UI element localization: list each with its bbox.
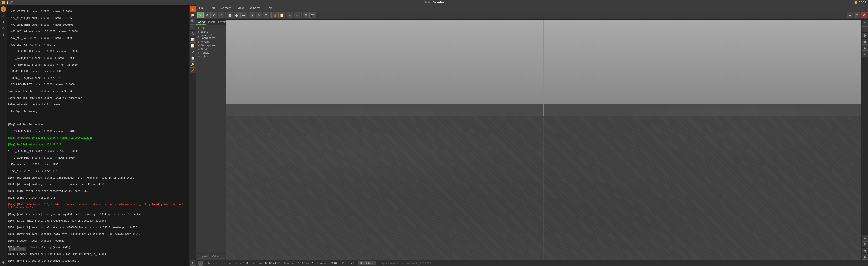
steps-label: Steps:: [207, 262, 214, 265]
sidebar-icon-1[interactable]: 🔥: [190, 6, 196, 12]
sidebar-icon-11[interactable]: 📌: [190, 67, 196, 73]
menu-edit[interactable]: Edit: [209, 6, 216, 10]
gazebo-toolbar: ↖ ✥ ↺ ⤢ ■ ● ▬ ◉ ☀ ⟳ ⎘ 📋 ↩ ↪ ⊞ 📷 — □ ✕: [196, 11, 868, 20]
point-light[interactable]: ◉: [249, 12, 255, 19]
signal-icon: 📶: [2, 1, 5, 4]
menu-window[interactable]: Window: [249, 6, 261, 10]
arrow-models: ▷: [198, 52, 200, 54]
sidebar-icon-9[interactable]: 📋: [190, 55, 196, 61]
real-time-value: 00:00:26.37: [298, 262, 313, 265]
close-btn[interactable]: ✕: [861, 12, 867, 19]
real-time-item: Real Time: 00:00:26.37: [284, 262, 313, 265]
right-tool-bottom-1[interactable]: ▶: [862, 235, 868, 241]
box-shape[interactable]: ■: [227, 12, 233, 19]
tree-label-physics: Physics: [200, 40, 210, 43]
fps-label: FPS:: [341, 262, 346, 265]
ff-sidebar: 🦊 ⌂ ★ ⟳ ↓ ⚙: [0, 5, 7, 266]
right-tool-bottom-4[interactable]: ▲: [862, 254, 868, 260]
tree-item-physics[interactable]: ▶ Physics: [197, 40, 225, 43]
paste-tool[interactable]: 📋: [278, 12, 285, 19]
download-icon[interactable]: ↓: [1, 32, 6, 37]
tree-label-gui: Gui: [200, 27, 205, 29]
firefox-icon[interactable]: 🦊: [1, 6, 6, 12]
right-tool-4[interactable]: ■: [862, 39, 868, 44]
left-icon-sidebar: 🔥 📁 🔍 ⬛ 🔧 📊 📝 ⚙ 📋 🔑 📌 ▶: [189, 5, 196, 266]
menu-camera[interactable]: Camera: [220, 6, 232, 10]
right-tool-bottom-2[interactable]: ▼: [862, 241, 868, 247]
tree-item-lights[interactable]: ▷ Lights: [197, 55, 225, 58]
separator-5: [301, 12, 302, 18]
sidebar-icon-4[interactable]: ⬛: [190, 24, 196, 30]
network-icon: 📶: [855, 1, 858, 4]
separator-3: [270, 12, 271, 18]
system-icons-left: 📶 🔋 🔊: [2, 1, 13, 4]
world-tabs: World Insert Layers: [196, 20, 226, 25]
menu-help[interactable]: Help: [265, 6, 274, 10]
redo-tool[interactable]: ↪: [294, 12, 300, 19]
play-pause-btn[interactable]: ⏸: [198, 261, 203, 266]
right-tool-2[interactable]: ⤢: [862, 26, 868, 32]
iterations-label: Iterations:: [317, 262, 330, 265]
rotate-tool[interactable]: ↺: [211, 12, 217, 19]
grid-tool[interactable]: ⊞: [303, 12, 309, 19]
sidebar-icon-8[interactable]: ⚙: [190, 49, 196, 55]
undo-tool[interactable]: ↩: [287, 12, 293, 19]
right-tool-5[interactable]: ▲: [862, 45, 868, 51]
app-name: Gazebo: [433, 1, 444, 4]
minimize-btn[interactable]: —: [847, 12, 853, 19]
right-tool-6[interactable]: ⟳: [862, 51, 868, 57]
sidebar-icon-5[interactable]: 🔧: [190, 31, 196, 36]
3d-viewport[interactable]: [226, 20, 861, 260]
sim-time-label: Sim Time:: [252, 262, 264, 265]
home-icon[interactable]: ⌂: [1, 13, 6, 18]
sidebar-icon-3[interactable]: 🔍: [190, 18, 196, 24]
arrow-wind: ▶: [198, 48, 200, 50]
sphere-shape[interactable]: ●: [234, 12, 240, 19]
menu-view[interactable]: View: [237, 6, 245, 10]
settings-icon[interactable]: ⚙: [1, 260, 6, 265]
maximize-btn[interactable]: □: [854, 12, 860, 19]
sidebar-icon-2[interactable]: 📁: [190, 12, 196, 18]
rtf-item: Real Time Factor: 100: [221, 262, 248, 265]
rtf-value: 100: [243, 262, 248, 265]
right-tool-bottom-3[interactable]: ◀: [862, 247, 868, 254]
sidebar-icon-terminal[interactable]: ▶: [190, 260, 196, 266]
info-badge: INFO INFO: [9, 247, 26, 251]
translate-tool[interactable]: ✥: [204, 12, 211, 19]
rtf-label: Real Time Factor:: [221, 262, 242, 265]
bookmark-icon[interactable]: ★: [1, 19, 6, 25]
screenshot-tool[interactable]: 📷: [309, 12, 316, 19]
reset-time-btn[interactable]: Reset Time: [358, 261, 376, 265]
right-tool-3[interactable]: ●: [862, 33, 868, 38]
tree-item-wind[interactable]: ▶ Wind: [197, 47, 225, 51]
tab-world[interactable]: World: [196, 20, 207, 25]
menu-file[interactable]: File: [198, 6, 205, 10]
tree-label-spherical: Spherical Coordinates: [200, 34, 224, 39]
tree-item-atmosphere[interactable]: ▶ Atmosphere: [197, 43, 225, 47]
prop-col-property: Property: [197, 255, 211, 258]
sidebar-icon-7[interactable]: 📝: [190, 43, 196, 49]
sim-time-value: 00:00:24.10: [265, 262, 280, 265]
tab-insert[interactable]: Insert: [207, 20, 217, 25]
dir-light[interactable]: ☀: [256, 12, 262, 19]
select-tool[interactable]: ↖: [197, 12, 204, 19]
arrow-atmosphere: ▶: [198, 44, 200, 46]
spot-light[interactable]: ⟳: [263, 12, 269, 19]
steps-value: 1: [215, 262, 217, 265]
arrow-gui: ▶: [198, 27, 200, 29]
tree-item-models[interactable]: ▷ Models: [197, 51, 225, 55]
terminal-panel: MPC_XY_VEL_P: curr: 0.0900 -> new: 2.000…: [7, 5, 189, 266]
tree-item-spherical[interactable]: ▶ Spherical Coordinates: [197, 33, 225, 40]
scale-tool[interactable]: ⤢: [218, 12, 224, 19]
sidebar-icon-6[interactable]: 📊: [190, 37, 196, 43]
separator-4: [286, 12, 286, 18]
history-icon[interactable]: ⟳: [1, 26, 6, 31]
tree-item-scene[interactable]: ▶ Scene: [197, 30, 225, 33]
copy-tool[interactable]: ⎘: [272, 12, 278, 19]
tree-label-atmosphere: Atmosphere: [200, 44, 216, 47]
tree-item-gui[interactable]: ▶ Gui: [197, 26, 225, 30]
sidebar-icon-10[interactable]: 🔑: [190, 61, 196, 67]
cylinder-shape[interactable]: ▬: [241, 12, 247, 19]
time-display: 10:14: [859, 1, 866, 4]
right-tool-1[interactable]: ↖: [862, 20, 868, 26]
